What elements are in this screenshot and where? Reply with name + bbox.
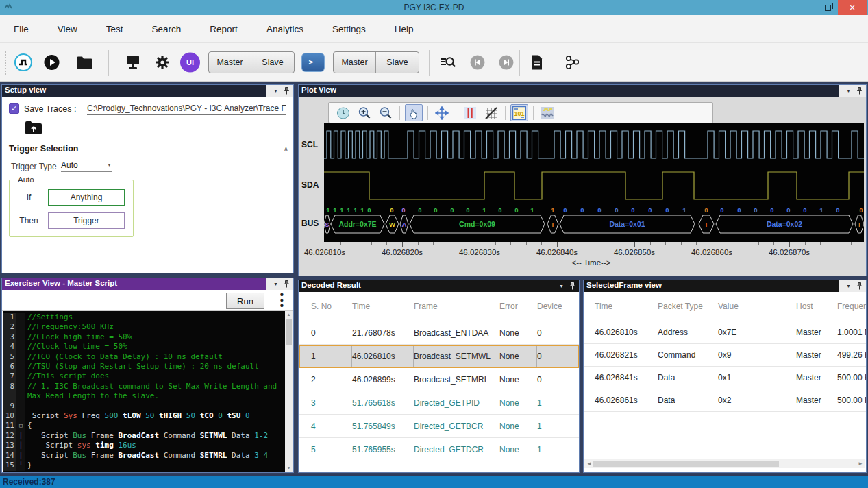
panel-menu-icon[interactable]: ▼: [846, 284, 851, 289]
code-line[interactable]: 7//This script does: [3, 371, 286, 381]
play-icon[interactable]: [44, 54, 60, 70]
settings-gear-icon[interactable]: [154, 54, 171, 71]
then-action-button[interactable]: Trigger: [48, 212, 125, 229]
panel-menu-icon[interactable]: ▼: [273, 282, 278, 286]
digital-101-icon[interactable]: 101: [510, 104, 528, 121]
panel-menu-icon[interactable]: ▼: [846, 88, 851, 93]
menu-report[interactable]: Report: [206, 21, 242, 37]
clock-icon[interactable]: [334, 104, 352, 121]
if-condition-button[interactable]: Anything: [48, 189, 125, 206]
pin-icon[interactable]: [569, 282, 575, 290]
scroll-down-icon[interactable]: ▼: [285, 466, 293, 470]
kebab-menu-icon[interactable]: •••: [280, 292, 284, 308]
code-line[interactable]: 11⊟{: [3, 421, 286, 430]
column-header[interactable]: Frequency: [837, 302, 867, 311]
report-doc-icon[interactable]: [530, 54, 543, 70]
table-row[interactable]: 146.026810sBroadcast_SETMWLNone0: [299, 345, 579, 368]
column-header[interactable]: Value: [718, 302, 796, 311]
folder-icon[interactable]: [76, 56, 93, 69]
scroll-up-icon[interactable]: ▲: [285, 313, 293, 317]
column-header[interactable]: Packet Type: [658, 302, 718, 311]
menu-search[interactable]: Search: [148, 21, 186, 37]
save-traces-path-field[interactable]: C:\Prodigy_Technovations\PGY - I3C Analy…: [87, 103, 286, 115]
zoom-out-icon[interactable]: [377, 104, 395, 121]
collapse-chevron-icon[interactable]: ∧: [284, 145, 288, 153]
skip-forward-icon[interactable]: [499, 55, 514, 70]
menu-file[interactable]: File: [10, 21, 33, 37]
editor-scrollbar[interactable]: ▲ ▼: [285, 311, 293, 472]
slave-button[interactable]: Slave: [251, 52, 294, 73]
search-data-icon[interactable]: [441, 55, 456, 70]
trace-loop-icon[interactable]: [14, 53, 33, 72]
table-row[interactable]: 46.026861sData0x2Master500.00 KHz: [584, 389, 866, 412]
ui-badge[interactable]: UI: [180, 52, 200, 72]
pin-icon[interactable]: [284, 87, 290, 95]
zoom-in-icon[interactable]: [356, 104, 373, 121]
code-line[interactable]: 1//Settings: [3, 313, 286, 322]
code-line[interactable]: 5//TCO (Clock to Data Delay) : 10 ns def…: [3, 352, 286, 362]
code-line[interactable]: 6//TSU (Stop and Restart Setup time) : 2…: [3, 362, 286, 371]
table-row[interactable]: 46.026841sData0x1Master500.00 KHz: [584, 367, 866, 389]
master-button[interactable]: Master: [209, 52, 251, 73]
column-header[interactable]: Frame: [414, 302, 499, 311]
table-row[interactable]: 351.765618sDirected_GETPIDNone1: [299, 391, 579, 415]
run-button[interactable]: Run: [226, 293, 264, 309]
column-header[interactable]: Device: [537, 302, 571, 311]
code-line[interactable]: 14│ Script Bus Frame BroadCast Command S…: [3, 451, 286, 461]
code-line[interactable]: 3//Clock high time = 50%: [3, 332, 286, 342]
panel-menu-icon[interactable]: ▼: [273, 88, 278, 93]
column-header[interactable]: Host: [796, 302, 837, 311]
fold-marker[interactable]: ⊟: [16, 421, 25, 430]
device-monitor-icon[interactable]: [125, 54, 141, 71]
trigger-type-dropdown[interactable]: ▼Auto: [61, 160, 112, 172]
table-row[interactable]: 46.026810sAddress0x7EMaster1.0001 MHz: [584, 321, 866, 344]
skip-back-icon[interactable]: [470, 55, 485, 70]
browse-folder-icon[interactable]: [25, 121, 42, 138]
code-line[interactable]: 9: [3, 402, 286, 411]
terminal-icon[interactable]: >_: [301, 53, 325, 72]
waveform-display[interactable]: 111111000000010011000000010000000100SAdd…: [324, 123, 864, 242]
script-editor[interactable]: 1//Settings2//Frequency:500 KHz3//Clock …: [3, 311, 286, 472]
code-line[interactable]: 8// 1. I3C Broadcast command to Set Max …: [3, 382, 286, 402]
minimize-button[interactable]: –: [797, 0, 817, 15]
code-line[interactable]: 10 Script Sys Freq 500 tLOW 50 tHIGH 50 …: [3, 411, 286, 421]
pin-icon[interactable]: [284, 280, 290, 288]
column-header[interactable]: Time: [595, 302, 658, 311]
fit-view-icon[interactable]: [433, 104, 451, 121]
code-line[interactable]: 2//Frequency:500 KHz: [3, 322, 286, 332]
code-line[interactable]: 13│ Script sys timg 16us: [3, 441, 286, 450]
menu-help[interactable]: Help: [390, 21, 418, 37]
code-line[interactable]: 15└}: [3, 461, 286, 470]
code-line[interactable]: 12│ Script Bus Frame BroadCast Command S…: [3, 431, 286, 441]
pin-icon[interactable]: [856, 282, 863, 290]
scroll-thumb[interactable]: [593, 461, 779, 467]
table-row[interactable]: 021.768078sBroadcast_ENTDAANone0: [299, 321, 579, 345]
column-header[interactable]: S. No: [311, 302, 352, 311]
column-header[interactable]: Time: [352, 302, 414, 311]
share-nodes-icon[interactable]: [565, 54, 581, 71]
table-row[interactable]: 246.026899sBroadcast_SETMRLNone0: [299, 368, 579, 391]
save-traces-checkbox[interactable]: ✓: [9, 103, 19, 114]
mixed-signal-icon[interactable]: [538, 104, 556, 121]
pin-icon[interactable]: [856, 87, 863, 95]
horizontal-scrollbar[interactable]: ◄ ►: [584, 459, 865, 468]
slave-button-2[interactable]: Slave: [376, 52, 419, 73]
restore-button[interactable]: [817, 0, 838, 15]
code-line[interactable]: 4//Clock low time = 50%: [3, 342, 286, 352]
toolbar-drag-handle[interactable]: [5, 51, 7, 75]
menu-test[interactable]: Test: [102, 21, 127, 37]
table-row[interactable]: 46.026821sCommand0x9Master499.26 KHz: [584, 344, 866, 367]
panel-menu-icon[interactable]: ▼: [559, 284, 564, 289]
menu-settings[interactable]: Settings: [328, 21, 370, 37]
cursors-icon[interactable]: [461, 104, 479, 121]
grid-toggle-icon[interactable]: [482, 104, 500, 121]
scroll-left-icon[interactable]: ◄: [586, 461, 592, 467]
pan-hand-icon[interactable]: [405, 104, 423, 121]
close-button[interactable]: ✕: [838, 0, 867, 15]
scroll-right-icon[interactable]: ►: [858, 461, 863, 467]
menu-view[interactable]: View: [53, 21, 82, 37]
column-header[interactable]: Error: [499, 302, 537, 311]
table-row[interactable]: 451.765849sDirected_GETBCRNone1: [299, 415, 579, 438]
menu-analytics[interactable]: Analytics: [262, 21, 308, 37]
scroll-thumb[interactable]: [286, 319, 292, 345]
